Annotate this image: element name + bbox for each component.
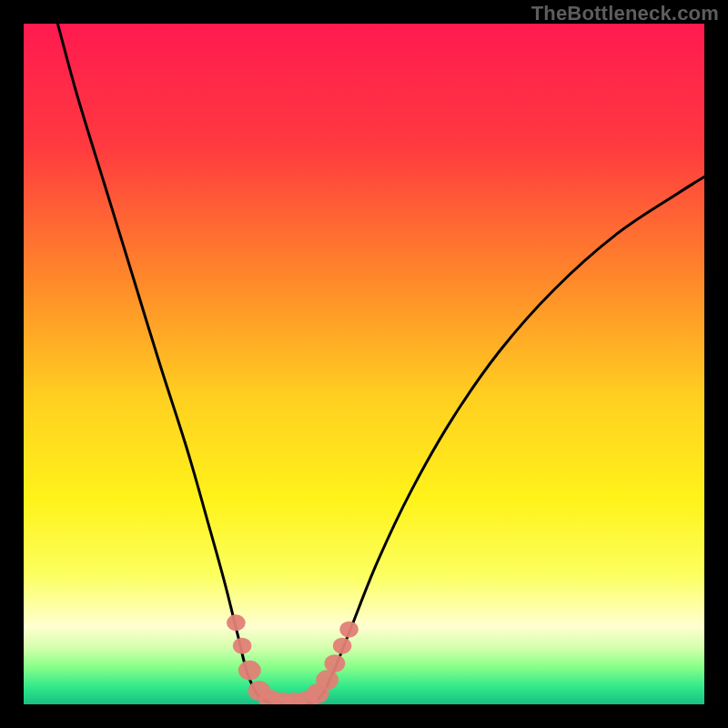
valley-marker: [333, 638, 352, 654]
valley-marker: [324, 654, 345, 672]
plot-area: [24, 24, 704, 704]
valley-marker: [227, 614, 246, 631]
valley-marker: [233, 638, 252, 654]
valley-marker: [238, 661, 261, 681]
watermark-text: TheBottleneck.com: [531, 2, 719, 25]
valley-marker: [316, 670, 339, 690]
chart-svg: [24, 24, 704, 704]
valley-marker: [339, 622, 359, 638]
chart-frame: TheBottleneck.com: [0, 0, 728, 728]
gradient-background: [24, 24, 704, 704]
